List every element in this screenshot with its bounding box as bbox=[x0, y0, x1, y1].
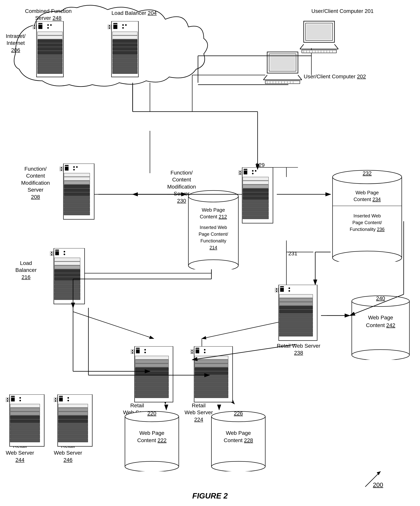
svg-rect-141 bbox=[55, 251, 59, 251]
svg-rect-170 bbox=[279, 317, 313, 321]
svg-rect-198 bbox=[135, 387, 168, 390]
db-cylinder-210: Web Page Content 212 Inserted Web Page C… bbox=[187, 189, 240, 269]
svg-rect-192 bbox=[135, 364, 168, 367]
svg-point-77 bbox=[109, 27, 110, 29]
svg-rect-239 bbox=[11, 397, 15, 398]
svg-rect-257 bbox=[59, 396, 63, 401]
svg-rect-110 bbox=[64, 192, 90, 196]
svg-rect-115 bbox=[64, 212, 90, 215]
svg-point-255 bbox=[7, 400, 8, 401]
svg-point-254 bbox=[7, 398, 8, 399]
db-cylinder-240: 240 Web Page Content 242 bbox=[350, 294, 411, 360]
svg-line-4 bbox=[300, 44, 304, 49]
svg-point-178 bbox=[276, 291, 277, 292]
svg-rect-49 bbox=[38, 59, 63, 62]
svg-rect-148 bbox=[54, 273, 80, 277]
svg-rect-164 bbox=[279, 294, 313, 298]
svg-rect-120 bbox=[188, 196, 238, 266]
svg-rect-168 bbox=[279, 310, 313, 313]
server-icon-204 bbox=[108, 21, 142, 81]
svg-point-83 bbox=[255, 170, 256, 172]
diagram: User/Client Computer 201 User/Client Com… bbox=[0, 0, 420, 506]
svg-rect-59 bbox=[113, 24, 117, 25]
svg-rect-195 bbox=[135, 375, 168, 379]
svg-rect-68 bbox=[112, 51, 137, 54]
svg-rect-87 bbox=[243, 189, 269, 192]
server-icon-248 bbox=[33, 21, 67, 81]
svg-rect-7 bbox=[302, 50, 336, 53]
svg-rect-106 bbox=[64, 177, 90, 180]
svg-point-39 bbox=[47, 24, 49, 26]
svg-rect-48 bbox=[38, 55, 63, 58]
svg-rect-107 bbox=[64, 181, 90, 184]
svg-rect-140 bbox=[55, 250, 59, 255]
svg-rect-63 bbox=[112, 32, 137, 35]
svg-text:Inserted Web: Inserted Web bbox=[354, 213, 381, 218]
label-user-client-201: User/Client Computer 201 bbox=[311, 8, 374, 15]
svg-rect-50 bbox=[38, 63, 63, 66]
svg-rect-79 bbox=[244, 169, 247, 174]
svg-rect-212 bbox=[195, 364, 228, 367]
svg-rect-270 bbox=[58, 439, 88, 442]
svg-rect-93 bbox=[243, 212, 269, 215]
svg-point-233 bbox=[211, 461, 265, 471]
svg-point-102 bbox=[73, 166, 75, 168]
svg-point-208 bbox=[204, 349, 206, 351]
svg-rect-150 bbox=[54, 281, 80, 284]
svg-point-223 bbox=[191, 350, 193, 351]
svg-point-118 bbox=[61, 167, 62, 168]
svg-rect-67 bbox=[112, 47, 137, 51]
svg-point-103 bbox=[73, 169, 75, 170]
svg-rect-267 bbox=[58, 427, 88, 431]
svg-rect-66 bbox=[112, 43, 137, 47]
server-icon-230 bbox=[238, 167, 277, 227]
svg-text:Web Page: Web Page bbox=[368, 315, 393, 320]
svg-rect-64 bbox=[112, 36, 137, 39]
label-intranet-internet: Intranet/Internet206 bbox=[6, 33, 26, 54]
svg-point-104 bbox=[76, 166, 78, 168]
svg-text:Page Content/: Page Content/ bbox=[199, 232, 228, 237]
svg-rect-151 bbox=[54, 285, 80, 288]
server-icon-216 bbox=[50, 248, 88, 308]
svg-point-55 bbox=[34, 25, 35, 26]
svg-rect-242 bbox=[10, 404, 40, 407]
svg-rect-144 bbox=[54, 258, 80, 261]
svg-rect-145 bbox=[54, 262, 80, 265]
server-icon-246 bbox=[54, 394, 96, 450]
svg-rect-268 bbox=[58, 431, 88, 434]
svg-rect-194 bbox=[135, 371, 168, 375]
svg-rect-166 bbox=[279, 302, 313, 306]
svg-rect-167 bbox=[279, 306, 313, 309]
svg-rect-246 bbox=[10, 419, 40, 423]
svg-point-56 bbox=[34, 27, 35, 29]
svg-rect-37 bbox=[39, 23, 42, 29]
svg-rect-152 bbox=[54, 289, 80, 292]
svg-rect-112 bbox=[64, 200, 90, 204]
svg-rect-187 bbox=[136, 349, 140, 349]
svg-rect-190 bbox=[135, 356, 168, 360]
label-fcm-server-208: Function/ContentModificationServer208 bbox=[21, 166, 50, 200]
svg-point-227 bbox=[125, 461, 179, 471]
svg-rect-186 bbox=[136, 348, 140, 353]
svg-rect-100 bbox=[65, 165, 68, 170]
svg-rect-193 bbox=[135, 367, 168, 371]
svg-point-273 bbox=[55, 398, 56, 399]
svg-text:214: 214 bbox=[210, 245, 217, 250]
svg-rect-51 bbox=[38, 66, 63, 70]
svg-rect-113 bbox=[64, 204, 90, 207]
svg-point-40 bbox=[47, 27, 49, 29]
svg-rect-269 bbox=[58, 435, 88, 438]
svg-point-122 bbox=[188, 260, 238, 269]
svg-rect-47 bbox=[38, 51, 63, 54]
svg-point-181 bbox=[352, 350, 409, 360]
svg-rect-266 bbox=[58, 423, 88, 427]
svg-point-163 bbox=[289, 290, 290, 292]
server-icon-224 bbox=[190, 346, 236, 406]
label-retail-web-server-238: Retail Web Server238 bbox=[277, 342, 320, 357]
svg-rect-206 bbox=[196, 348, 199, 353]
label-combined-function-server: Combined FunctionServer 248 bbox=[25, 8, 72, 22]
svg-rect-154 bbox=[54, 296, 80, 300]
svg-point-98 bbox=[239, 173, 241, 174]
svg-point-81 bbox=[252, 170, 253, 172]
svg-point-240 bbox=[19, 397, 21, 399]
